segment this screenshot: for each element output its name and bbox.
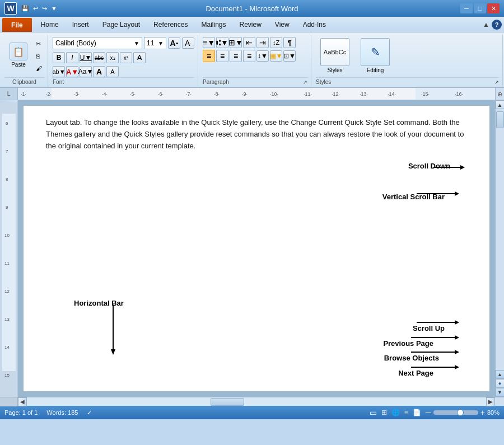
menu-review[interactable]: Review [232, 17, 268, 32]
shrink-font-btn[interactable]: A [106, 66, 119, 77]
cut-button[interactable]: ✂ [34, 38, 44, 49]
horizontal-scrollbar: ◀ ▶ [0, 397, 504, 406]
svg-text:·11·: ·11· [304, 91, 312, 97]
view-web-icon[interactable]: 🌐 [391, 409, 400, 416]
view-draft-icon[interactable]: 📄 [413, 409, 421, 416]
copy-button[interactable]: ⎘ [34, 50, 44, 62]
document-page: Layout tab. To change the looks availabl… [24, 106, 489, 391]
styles-label-section: Styles ↗ [316, 77, 499, 87]
spellcheck-icon[interactable]: ✓ [87, 409, 92, 416]
superscript-button[interactable]: x² [120, 52, 132, 63]
grow-font-btn[interactable]: A [93, 66, 105, 77]
scroll-right-button[interactable]: ▶ [486, 397, 495, 406]
zoom-slider-track [433, 410, 478, 415]
scroll-up-bottom-button[interactable]: ▲ [496, 370, 505, 379]
format-painter-icon: 🖌 [36, 65, 42, 72]
align-right-button[interactable]: ≡ [230, 50, 242, 62]
help-icon[interactable]: ? [492, 20, 502, 30]
paste-button[interactable]: 📋 Paste [4, 37, 32, 73]
para-row2: ≡ ≡ ≡ ≡ ↕▼ ▦▼ ⊡▼ [203, 50, 296, 62]
svg-text:·14·: ·14· [388, 91, 396, 97]
show-hide-button[interactable]: ¶ [283, 37, 296, 48]
word-icon: W [4, 2, 17, 15]
menu-file[interactable]: File [2, 18, 32, 32]
title-bar-left: W 💾 ↩ ↪ ▼ [4, 2, 58, 15]
align-left-button[interactable]: ≡ [203, 50, 215, 62]
word-count-status: Words: 185 [46, 409, 78, 416]
format-painter-button[interactable]: 🖌 [34, 63, 44, 74]
view-outline-icon[interactable]: ≡ [404, 409, 408, 416]
menu-addins[interactable]: Add-Ins [296, 17, 333, 32]
svg-text:·15·: ·15· [421, 91, 430, 97]
menu-mailings[interactable]: Mailings [194, 17, 232, 32]
font-color-button[interactable]: A▼ [66, 66, 78, 77]
customize-quick-btn[interactable]: ▼ [50, 4, 58, 12]
scroll-thumb[interactable] [496, 111, 504, 128]
font-case-button[interactable]: Aa▼ [80, 66, 92, 77]
svg-text:·3·: ·3· [74, 91, 80, 97]
close-button[interactable]: ✕ [487, 3, 500, 13]
ribbon-styles: AaBbCc Styles ✎ Editing Styles ↗ [312, 35, 503, 87]
svg-text:·5·: ·5· [130, 91, 136, 97]
decrease-font-btn[interactable]: A- [182, 38, 194, 49]
italic-button[interactable]: I [66, 52, 78, 63]
decrease-indent-btn[interactable]: ⇤ [243, 37, 255, 48]
ribbon-font: Calibri (Body) ▼ 11 ▼ A+ A- B I U▼ abc x… [49, 35, 198, 87]
menu-view[interactable]: View [268, 17, 296, 32]
clear-format-button[interactable]: A̶ [133, 52, 146, 63]
multilevel-button[interactable]: ⊞▼ [230, 37, 242, 48]
view-full-screen-icon[interactable]: ⊞ [381, 409, 387, 416]
scroll-left-button[interactable]: ◀ [18, 397, 27, 406]
cut-icon: ✂ [36, 40, 41, 48]
styles-button[interactable]: AaBbCc Styles [316, 37, 354, 74]
justify-button[interactable]: ≡ [243, 50, 255, 62]
quick-access: 💾 ↩ ↪ ▼ [20, 4, 58, 13]
font-label: Font [53, 77, 194, 87]
undo-quick-btn[interactable]: ↩ [32, 4, 39, 13]
text-highlight-button[interactable]: ab▼ [53, 66, 65, 77]
ribbon-expand-icon[interactable]: ▲ [483, 21, 489, 29]
ruler-corner[interactable]: L [0, 88, 18, 100]
increase-indent-btn[interactable]: ⇥ [256, 37, 269, 48]
clipboard-label: Clipboard [4, 77, 44, 87]
numbering-button[interactable]: ⑆▼ [216, 37, 228, 48]
menu-page-layout[interactable]: Page Layout [96, 17, 147, 32]
font-name-dropdown[interactable]: Calibri (Body) ▼ [53, 37, 142, 49]
bullets-button[interactable]: ≡▼ [203, 37, 215, 48]
menu-references[interactable]: References [147, 17, 194, 32]
styles-content: AaBbCc Styles ✎ Editing [316, 35, 499, 77]
font-size-dropdown[interactable]: 11 ▼ [144, 37, 166, 49]
strikethrough-button[interactable]: abc [93, 52, 105, 63]
editing-button[interactable]: ✎ Editing [356, 37, 394, 74]
bold-button[interactable]: B [53, 52, 65, 63]
zoom-in-button[interactable]: + [480, 408, 485, 417]
zoom-slider-thumb[interactable] [457, 409, 464, 416]
sort-button[interactable]: ↕Z [270, 37, 282, 48]
save-quick-btn[interactable]: 💾 [20, 4, 30, 13]
scroll-down-bottom-button[interactable]: ▼ [496, 388, 505, 397]
minimize-button[interactable]: ─ [460, 3, 473, 13]
ruler-marks: ·1· ·2· ·3· ·4· ·5· ·6· ·7· ·8· ·9· ·10·… [18, 88, 495, 100]
svg-text:·16·: ·16· [455, 91, 463, 97]
borders-button[interactable]: ⊡▼ [283, 50, 296, 62]
menu-insert[interactable]: Insert [66, 17, 96, 32]
maximize-button[interactable]: □ [474, 3, 486, 13]
paragraph-dialog-launcher[interactable]: ↗ [303, 79, 307, 85]
increase-font-btn[interactable]: A+ [168, 38, 180, 49]
subscript-button[interactable]: x₂ [106, 52, 119, 63]
vertical-scrollbar: ▲ ▲ ● ▼ [495, 100, 504, 397]
redo-quick-btn[interactable]: ↪ [41, 4, 48, 13]
menu-home[interactable]: Home [34, 17, 66, 32]
underline-button[interactable]: U▼ [80, 52, 92, 63]
zoom-out-button[interactable]: ─ [426, 408, 431, 417]
line-spacing-button[interactable]: ↕▼ [256, 50, 269, 62]
view-print-icon[interactable]: ▭ [370, 408, 377, 417]
scroll-up-button[interactable]: ▲ [496, 100, 505, 109]
svg-text:·1·: ·1· [21, 91, 26, 97]
font-row1: Calibri (Body) ▼ 11 ▼ A+ A- [53, 37, 194, 49]
shading-button[interactable]: ▦▼ [270, 50, 282, 62]
horizontal-scroll-thumb[interactable] [211, 398, 244, 406]
styles-dialog-launcher[interactable]: ↗ [494, 79, 499, 85]
align-center-button[interactable]: ≡ [216, 50, 228, 62]
browse-objects-button[interactable]: ● [496, 379, 505, 388]
